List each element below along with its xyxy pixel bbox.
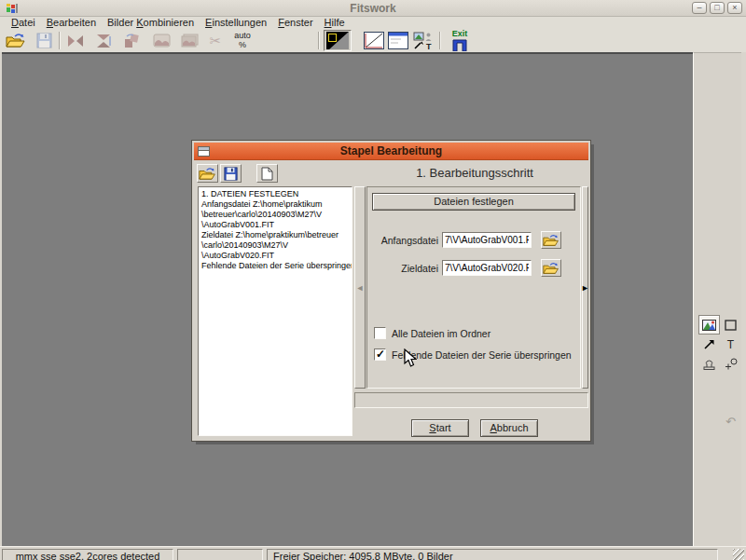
zieldatei-label: Zieldatei: [367, 263, 438, 274]
menu-bearbeiten[interactable]: Bearbeiten: [41, 17, 102, 29]
mirror-horizontal-icon: [66, 34, 85, 48]
zieldatei-input[interactable]: [442, 260, 532, 276]
chevron-left-icon: ◄: [356, 283, 365, 293]
minimize-button[interactable]: –: [692, 2, 707, 14]
menu-fenster[interactable]: Fenster: [272, 17, 318, 29]
alle-dateien-checkbox[interactable]: [374, 327, 386, 339]
scissors-icon: ✂: [210, 33, 222, 49]
alle-dateien-label: Alle Dateien im Ordner: [392, 328, 490, 339]
save-floppy-icon: [224, 167, 238, 181]
tools-palette-icon: T: [413, 32, 435, 50]
circle-plus-tool-button[interactable]: [720, 354, 741, 374]
list-line: \carlo\20140903\M27\V: [201, 240, 351, 251]
main-toolbar: ✂ auto %: [0, 29, 746, 52]
image-tool-icon: [702, 320, 716, 331]
arrow-tool-icon: [703, 338, 715, 350]
dateien-festlegen-button[interactable]: Dateien festlegen: [372, 193, 575, 211]
log-window-button[interactable]: [386, 30, 410, 51]
toolbar-separator: [439, 32, 441, 49]
dialog-window-icon: [198, 146, 210, 157]
mirror-vertical-icon: [95, 33, 112, 49]
resize-grip[interactable]: [733, 549, 744, 560]
cpu-status: mmx sse sse2, 2cores detected: [2, 549, 173, 560]
curves-icon: [364, 32, 384, 49]
toolbar-separator: [318, 32, 320, 49]
text-tool-icon: T: [727, 338, 734, 351]
step-panel: Dateien festlegen Anfangsdatei Zieldatei: [366, 186, 581, 389]
save-floppy-icon: [36, 33, 52, 48]
dialog-open-button[interactable]: [197, 164, 218, 183]
photo-icon: [153, 34, 171, 48]
histogram-button[interactable]: [324, 30, 352, 51]
save-button: [32, 30, 56, 51]
batch-steps-list[interactable]: 1. DATEIEN FESTLEGEN Anfangsdatei Z:\hom…: [198, 186, 352, 436]
histogram-icon: [326, 32, 349, 49]
start-button[interactable]: Start: [411, 419, 469, 437]
log-window-icon: [388, 32, 408, 49]
new-document-icon: [261, 167, 273, 181]
tools-palette-button[interactable]: T: [411, 30, 435, 51]
image-copy-button: [177, 30, 201, 51]
svg-text:T: T: [426, 42, 432, 50]
auto-scale-label[interactable]: auto %: [227, 31, 258, 49]
next-step-button[interactable]: ►: [582, 186, 588, 389]
stapel-bearbeitung-dialog: Stapel Bearbeitung 1. Bearbeitungssch: [192, 141, 590, 441]
zieldatei-browse-button[interactable]: [541, 259, 561, 277]
exit-door-icon: [451, 38, 468, 51]
open-folder-icon: [6, 33, 26, 48]
list-line: \AutoGrabV020.FIT: [201, 251, 351, 261]
close-button[interactable]: ×: [727, 2, 742, 14]
open-folder-icon: [543, 262, 560, 275]
rotate-button: [119, 30, 144, 51]
progress-strip: [354, 392, 588, 408]
fehlende-dateien-checkbox[interactable]: [374, 348, 386, 361]
status-middle: [177, 549, 263, 560]
open-folder-icon: [543, 234, 560, 247]
list-line: Zieldatei Z:\home\praktikum\betreuer: [201, 230, 351, 240]
menubar: Datei Bearbeiten Bilder Kombinieren Eins…: [0, 17, 746, 29]
undo-icon[interactable]: ↶: [725, 415, 736, 429]
anfangsdatei-input[interactable]: [442, 232, 532, 248]
step-heading: 1. Bearbeitungsschritt: [366, 166, 583, 180]
image-adjust-button: [149, 30, 173, 51]
fehlende-dateien-label: Fehlende Dateien der Serie überspringen: [392, 349, 572, 361]
open-file-button[interactable]: [4, 30, 28, 51]
abbruch-button[interactable]: Abbruch: [480, 419, 538, 437]
menu-bilder-kombinieren[interactable]: Bilder Kombinieren: [102, 17, 200, 29]
exit-button[interactable]: Exit: [446, 30, 474, 52]
dialog-titlebar[interactable]: Stapel Bearbeitung: [194, 143, 588, 160]
list-line: \AutoGrabV001.FIT: [201, 220, 351, 230]
anfangsdatei-label: Anfangsdatei: [367, 235, 438, 246]
anfangsdatei-browse-button[interactable]: [541, 231, 561, 249]
list-line: Anfangsdatei Z:\home\praktikum: [201, 199, 351, 210]
dialog-title: Stapel Bearbeitung: [340, 144, 442, 157]
right-sidebar: T ↶: [693, 52, 741, 546]
rectangle-tool-icon: [725, 320, 737, 331]
stamp-tool-button[interactable]: [698, 354, 720, 374]
window-titlebar: Fitswork – □ ×: [0, 0, 746, 17]
image-tool-button[interactable]: [698, 315, 720, 335]
chevron-right-icon: ►: [581, 283, 589, 293]
mirror-vertical-button: [91, 30, 116, 51]
menu-hilfe[interactable]: Hilfe: [319, 17, 351, 29]
list-line: \betreuer\carlo\20140903\M27\V: [201, 210, 351, 220]
overlay-toolgrid: T: [698, 315, 741, 374]
rotate-icon: [123, 33, 140, 49]
open-folder-icon: [199, 167, 216, 181]
arrow-tool-button[interactable]: [698, 335, 720, 354]
curves-button[interactable]: [362, 30, 386, 51]
toolbar-separator: [59, 32, 61, 49]
maximize-button[interactable]: □: [710, 2, 725, 14]
fitswork-window: Fitswork – □ × Datei Bearbeiten Bilder K…: [0, 0, 746, 560]
text-tool-button[interactable]: T: [720, 335, 741, 354]
photo-stack-icon: [181, 34, 199, 48]
stamp-tool-icon: [702, 358, 716, 370]
dialog-new-button[interactable]: [256, 164, 278, 183]
rectangle-tool-button[interactable]: [720, 315, 741, 335]
mirror-horizontal-button: [63, 30, 88, 51]
dialog-save-button[interactable]: [220, 164, 242, 183]
menu-einstellungen[interactable]: Einstellungen: [200, 17, 272, 29]
list-line: Fehlende Dateien der Serie überspringen: [201, 261, 351, 271]
previous-step-button[interactable]: ◄: [354, 186, 366, 389]
menu-datei[interactable]: Datei: [6, 17, 41, 29]
